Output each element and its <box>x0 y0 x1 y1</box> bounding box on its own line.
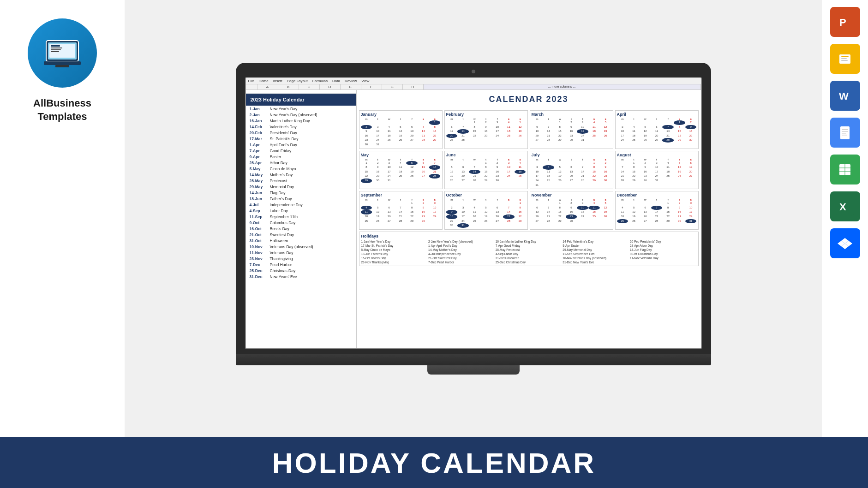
day-cell: 20 <box>491 214 503 219</box>
brand-name: AllBusiness Templates <box>33 97 91 123</box>
day-cell: 29 <box>588 179 600 183</box>
day-cell: 23 <box>566 214 577 219</box>
day-cell: 28 <box>651 219 663 224</box>
day-cell: 22 <box>662 214 674 219</box>
day-cell: 21 <box>418 134 429 138</box>
day-cell: 31 <box>383 179 395 183</box>
holiday-bottom-item: 1-Apr April Fool's Day <box>428 244 495 247</box>
bottom-banner-text: HOLIDAY CALENDAR <box>272 446 596 479</box>
day-cell: 28 <box>457 138 469 143</box>
svg-rect-5 <box>51 49 61 50</box>
day-cell: 10 <box>577 125 588 130</box>
holiday-bottom-item: 23-Nov Thanksgiving <box>361 261 428 264</box>
day-cell: 21 <box>662 134 674 138</box>
day-cell: 28 <box>617 179 629 183</box>
svg-rect-6 <box>51 51 59 52</box>
month-block: Octobermtwtfss12345678910111213141516171… <box>444 191 528 230</box>
day-cell: 15 <box>554 210 566 214</box>
day-cell: 3 <box>532 165 543 170</box>
svg-rect-3 <box>51 45 60 47</box>
holiday-bottom-item: 14-Jun Flag Day <box>630 248 696 251</box>
day-cell: 1 <box>628 161 640 166</box>
day-cell: 26 <box>480 219 492 224</box>
day-cell: 18 <box>515 170 526 174</box>
day-cell: 14 <box>418 129 429 134</box>
holiday-bottom-item: 25-Dec Christmas Day <box>496 261 562 264</box>
holiday-bottom-item: 20-Feb Presidents' Day <box>630 240 696 243</box>
day-cell: 19 <box>395 134 407 138</box>
day-cell: 6 <box>457 165 469 170</box>
day-cell: 5 <box>674 161 685 166</box>
day-cell: 3 <box>372 125 383 130</box>
day-cell: 29 <box>554 219 566 224</box>
day-cell: 5 <box>600 201 611 206</box>
day-cell: 27 <box>566 179 577 183</box>
holiday-bottom-item: 11-Sep September 11th <box>563 252 629 256</box>
holiday-bottom-item: 7-Apr Good Friday <box>496 244 562 247</box>
google-sheets-icon[interactable] <box>830 155 860 184</box>
holidays-bottom-section: Holidays 1-Jan New Year's Day2-Jan New Y… <box>359 232 699 266</box>
day-cell: 6 <box>532 206 543 210</box>
day-cell: 11 <box>588 125 600 130</box>
google-docs-icon[interactable] <box>830 118 860 148</box>
day-cell: 14 <box>429 165 441 170</box>
day-cell: 13 <box>532 129 543 134</box>
day-cell: 7 <box>617 165 629 170</box>
day-cell: 15 <box>480 170 492 174</box>
day-cell: 24 <box>383 174 395 179</box>
day-cell: 7 <box>543 206 554 210</box>
day-cell: 14 <box>651 210 663 214</box>
day-cell: 20 <box>566 174 577 179</box>
day-cell: 3 <box>503 161 515 166</box>
day-cell: 3 <box>651 161 663 166</box>
day-cell: 17 <box>651 170 663 174</box>
day-cell: 15 <box>554 129 566 134</box>
day-cell: 12 <box>628 210 640 214</box>
word-icon[interactable]: W <box>830 81 860 111</box>
day-cell: 12 <box>600 125 611 130</box>
month-title: January <box>361 112 441 117</box>
day-cell: 2 <box>361 125 372 130</box>
day-cell: 31 <box>685 219 697 224</box>
month-block: Marchmtwtfss1234567891011121314151617181… <box>530 110 613 149</box>
day-cell: 4 <box>617 206 629 210</box>
day-cell: 18 <box>383 134 395 138</box>
day-cell: 30 <box>600 179 611 183</box>
day-cell: 18 <box>662 170 674 174</box>
dropbox-icon[interactable] <box>830 228 860 258</box>
holiday-list-item: 16-JanMartin Luther King Day <box>246 118 356 124</box>
day-cell: 24 <box>685 214 697 219</box>
excel-icon[interactable]: X <box>830 191 860 221</box>
day-cell: 3 <box>383 161 395 166</box>
day-cell: 11 <box>628 129 640 134</box>
day-cell: 18 <box>469 214 480 219</box>
day-cell: 13 <box>491 210 503 214</box>
day-cell: 10 <box>503 165 515 170</box>
holiday-list-item: 25-DecChristmas Day <box>246 268 356 274</box>
day-cell: 16 <box>418 210 429 214</box>
day-cell: 30 <box>640 179 651 183</box>
day-cell: 9 <box>600 165 611 170</box>
day-cell: 28 <box>503 219 515 224</box>
day-cell: 6 <box>491 206 503 210</box>
day-cell: 14 <box>577 170 588 174</box>
day-cell: 12 <box>600 206 611 210</box>
powerpoint-icon[interactable]: P <box>830 7 860 37</box>
day-cell: 31 <box>457 223 469 228</box>
day-cell: 28 <box>543 219 554 224</box>
holiday-list-item: 1-AprApril Fool's Day <box>246 142 356 148</box>
holiday-list-item: 10-NovVeterans Day (observed) <box>246 244 356 250</box>
month-block: Septembermtwtfss123456789101112131415161… <box>359 191 443 230</box>
month-block: Novembermtwtfss1234567891011121314151617… <box>530 191 613 230</box>
laptop-screen: File Home Insert Page Layout Formulas Da… <box>245 77 702 349</box>
day-cell: 3 <box>577 120 588 125</box>
day-cell: 17 <box>429 210 441 214</box>
day-cell: 8 <box>406 206 418 210</box>
day-cell: 29 <box>674 138 685 143</box>
day-cell: 1 <box>554 201 566 206</box>
day-cell: 24 <box>577 134 588 138</box>
day-cell: 28 <box>662 138 674 143</box>
google-slides-icon[interactable] <box>830 44 860 74</box>
day-cell: 3 <box>617 125 629 130</box>
svg-rect-15 <box>841 60 848 61</box>
